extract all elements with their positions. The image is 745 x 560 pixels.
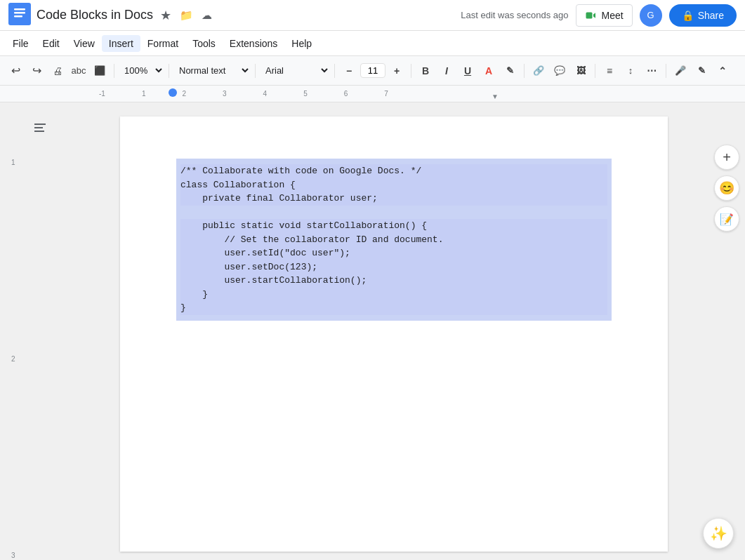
meet-label: Meet: [602, 10, 624, 21]
code-line-11: }: [180, 301, 607, 315]
line-spacing-button[interactable]: ↕: [621, 61, 640, 81]
right-sidebar: + 😊 📝: [708, 102, 745, 560]
code-line-2: class Collaboration {: [180, 178, 607, 192]
spell-check-button[interactable]: abc: [69, 61, 88, 81]
svg-rect-1: [14, 8, 25, 11]
ruler-mark: 3: [223, 90, 227, 98]
document-page: /** Collaborate with code on Google Docs…: [120, 116, 668, 552]
code-line-5: public static void startCollaboration() …: [180, 219, 607, 233]
bottom-right-area: ✨: [703, 518, 734, 549]
align-button[interactable]: ≡: [600, 61, 619, 81]
menu-help[interactable]: Help: [284, 35, 319, 52]
code-line-1: /** Collaborate with code on Google Docs…: [180, 164, 607, 178]
code-line-9: user.startCollaboration();: [180, 274, 607, 288]
svg-rect-4: [586, 12, 592, 18]
underline-button[interactable]: U: [458, 61, 477, 81]
code-line-10: }: [180, 288, 607, 302]
ai-assist-button[interactable]: ✨: [703, 518, 734, 549]
emoji-action-button[interactable]: 😊: [714, 175, 739, 201]
separator-6: [524, 64, 525, 78]
menu-insert[interactable]: Insert: [102, 35, 140, 52]
meet-button[interactable]: Meet: [576, 4, 633, 27]
code-line-4: [180, 206, 607, 220]
menu-bar: File Edit View Insert Format Tools Exten…: [0, 31, 745, 56]
share-label: Share: [698, 10, 724, 21]
svg-rect-7: [34, 131, 44, 132]
avatar: G: [640, 4, 662, 27]
avatar-group: G: [640, 4, 662, 27]
cloud-icon[interactable]: ☁: [202, 9, 212, 22]
menu-tools[interactable]: Tools: [185, 35, 223, 52]
font-select[interactable]: Arial Times New Roman Courier New: [260, 63, 330, 78]
font-size-input[interactable]: [360, 63, 385, 78]
suggest-edit-button[interactable]: ✎: [692, 61, 711, 81]
emoji-icon: 😊: [719, 180, 734, 196]
folder-icon[interactable]: 📁: [180, 9, 193, 22]
svg-rect-6: [34, 127, 43, 128]
feedback-action-button[interactable]: 📝: [714, 206, 739, 232]
menu-edit[interactable]: Edit: [36, 35, 67, 52]
ruler-mark: 7: [384, 90, 388, 98]
share-button[interactable]: 🔒 Share: [669, 4, 737, 27]
separator-8: [666, 64, 666, 78]
title-bar: Code Blocks in Docs ★ 📁 ☁ Last edit was …: [0, 0, 745, 31]
code-line-7: user.setId("doc user");: [180, 246, 607, 260]
add-action-button[interactable]: +: [714, 145, 739, 170]
separator-1: [114, 64, 114, 78]
code-line-3: private final Collaborator user;: [180, 192, 607, 206]
expand-toolbar-button[interactable]: ⌃: [713, 61, 732, 81]
separator-4: [334, 64, 335, 78]
voice-input-button[interactable]: 🎤: [671, 61, 690, 81]
code-block[interactable]: /** Collaborate with code on Google Docs…: [176, 159, 612, 321]
paint-format-button[interactable]: ⬛: [90, 61, 110, 81]
page-area[interactable]: 1 2 3 4 /** Collaborate with code on Goo…: [79, 102, 708, 560]
increase-font-button[interactable]: +: [387, 61, 407, 81]
ruler: -1 1 2 3 4 5 6 7 ▼: [0, 86, 745, 102]
ruler-content: -1 1 2 3 4 5 6 7: [79, 90, 745, 98]
docs-app-icon: [8, 3, 31, 28]
redo-button[interactable]: ↪: [27, 61, 46, 81]
decrease-font-button[interactable]: −: [339, 61, 359, 81]
separator-2: [169, 64, 169, 78]
menu-format[interactable]: Format: [140, 35, 185, 52]
more-toolbar-button[interactable]: ⋯: [642, 61, 661, 81]
link-button[interactable]: 🔗: [529, 61, 548, 81]
last-edit-text: Last edit was seconds ago: [461, 10, 568, 20]
text-style-select[interactable]: Normal text Title Subtitle Heading 1: [173, 63, 251, 78]
highlight-color-button[interactable]: ✎: [500, 61, 520, 81]
ruler-mark: 2: [182, 90, 186, 98]
print-button[interactable]: 🖨: [48, 61, 67, 81]
svg-rect-2: [14, 12, 25, 14]
bold-button[interactable]: B: [416, 61, 435, 81]
font-size-group: − +: [339, 61, 407, 81]
ruler-triangle: ▼: [492, 93, 499, 100]
svg-rect-0: [8, 3, 31, 25]
svg-rect-5: [34, 124, 46, 125]
star-icon[interactable]: ★: [160, 8, 171, 23]
menu-extensions[interactable]: Extensions: [223, 35, 284, 52]
main-area: 1 2 3 4 /** Collaborate with code on Goo…: [0, 102, 745, 560]
svg-rect-3: [14, 15, 22, 18]
ruler-mark: 4: [263, 90, 268, 98]
code-line-8: user.setDoc(123);: [180, 260, 607, 274]
italic-button[interactable]: I: [437, 61, 456, 81]
tab-stop-indicator: [169, 88, 177, 97]
plus-icon: +: [723, 149, 731, 166]
share-lock-icon: 🔒: [682, 10, 694, 21]
ruler-mark: 6: [344, 90, 348, 98]
menu-file[interactable]: File: [6, 35, 36, 52]
separator-3: [255, 64, 256, 78]
doc-title: Code Blocks in Docs: [37, 8, 153, 22]
code-line-6: // Set the collaborator ID and document.: [180, 233, 607, 247]
feedback-icon: 📝: [720, 213, 734, 226]
comment-button[interactable]: 💬: [550, 61, 569, 81]
image-button[interactable]: 🖼: [571, 61, 591, 81]
text-color-button[interactable]: A: [479, 61, 499, 81]
document-outline-button[interactable]: [29, 116, 51, 139]
title-right-group: Last edit was seconds ago Meet G 🔒 Share: [461, 4, 737, 27]
ruler-mark: 1: [142, 90, 146, 98]
undo-button[interactable]: ↩: [6, 61, 25, 81]
zoom-select[interactable]: 100% 75% 125%: [119, 63, 164, 78]
separator-7: [595, 64, 595, 78]
menu-view[interactable]: View: [67, 35, 102, 52]
